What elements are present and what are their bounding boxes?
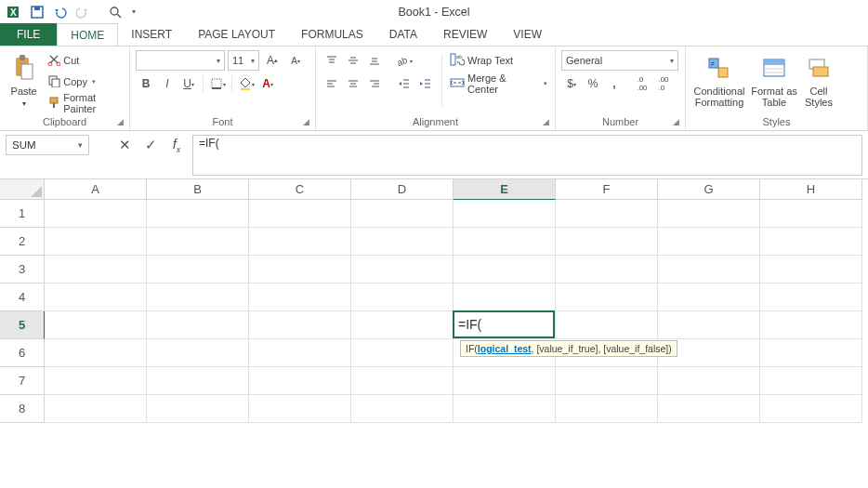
save-icon[interactable]	[27, 2, 47, 22]
italic-button[interactable]: I	[157, 73, 178, 94]
conditional-formatting-button[interactable]: ≠ Conditional Formatting	[691, 50, 747, 112]
font-name-combo[interactable]: ▾	[136, 50, 225, 71]
increase-font-icon[interactable]: A▴	[262, 50, 283, 71]
excel-app-icon[interactable]: X	[4, 2, 24, 22]
ribbon-tabs: FILE HOME INSERT PAGE LAYOUT FORMULAS DA…	[0, 23, 868, 46]
col-head-C[interactable]: C	[249, 179, 351, 200]
svg-rect-11	[49, 76, 57, 85]
tab-file[interactable]: FILE	[0, 23, 57, 46]
row-head-5[interactable]: 5	[0, 311, 45, 339]
cancel-formula-button[interactable]: ✕	[112, 135, 137, 155]
select-all-corner[interactable]	[0, 179, 45, 200]
paste-button[interactable]: Paste▾	[6, 50, 42, 112]
svg-point-4	[111, 7, 118, 15]
alignment-group-label: Alignment	[413, 116, 458, 127]
tab-view[interactable]: VIEW	[500, 23, 555, 46]
number-dialog-launcher-icon[interactable]: ◢	[673, 117, 679, 126]
worksheet-grid: A B C D E F G H 1 2 3 4 5 6 7 8 =IF( IF(…	[0, 179, 868, 488]
group-font: ▾ 11▾ A▴ A▾ B I U▾ ▾ ▾ A▾ Font◢	[130, 46, 316, 130]
qat-separator	[97, 2, 102, 22]
align-middle-icon[interactable]	[343, 50, 363, 71]
row-head-7[interactable]: 7	[0, 367, 45, 395]
tab-formulas[interactable]: FORMULAS	[288, 23, 376, 46]
increase-decimal-button[interactable]: .0.00	[632, 73, 652, 94]
number-format-combo[interactable]: General▾	[561, 50, 678, 71]
name-box[interactable]: SUM ▾	[6, 135, 89, 155]
decrease-indent-icon[interactable]	[394, 73, 414, 94]
tab-review[interactable]: REVIEW	[430, 23, 500, 46]
row-head-3[interactable]: 3	[0, 256, 45, 284]
clipboard-dialog-launcher-icon[interactable]: ◢	[117, 117, 124, 126]
format-as-table-button[interactable]: Format as Table	[751, 50, 797, 112]
group-number: General▾ $▾ % , .0.00 .00.0 Number◢	[556, 46, 686, 130]
align-top-icon[interactable]	[322, 50, 342, 71]
svg-rect-13	[50, 98, 58, 103]
accept-formula-button[interactable]: ✓	[138, 135, 163, 155]
decrease-font-icon[interactable]: A▾	[285, 50, 306, 71]
percent-format-button[interactable]: %	[583, 73, 603, 94]
name-box-dropdown-icon[interactable]: ▾	[78, 140, 83, 150]
tab-insert[interactable]: INSERT	[118, 23, 185, 46]
col-head-H[interactable]: H	[760, 179, 862, 200]
tab-page-layout[interactable]: PAGE LAYOUT	[185, 23, 288, 46]
quick-access-toolbar: X ▾	[4, 2, 139, 22]
orientation-button[interactable]: ab▾	[394, 50, 414, 71]
merge-center-button[interactable]: Merge & Center ▾	[448, 73, 549, 94]
row-head-8[interactable]: 8	[0, 395, 45, 423]
fill-color-button[interactable]: ▾	[236, 73, 256, 94]
accounting-format-button[interactable]: $▾	[561, 73, 582, 94]
border-button[interactable]: ▾	[207, 73, 228, 94]
number-format-value: General	[566, 55, 602, 66]
tab-data[interactable]: DATA	[376, 23, 430, 46]
row-head-6[interactable]: 6	[0, 339, 45, 367]
font-size-combo[interactable]: 11▾	[228, 50, 259, 71]
svg-rect-0	[7, 7, 19, 18]
format-painter-label: Format Painter	[63, 92, 122, 114]
col-head-A[interactable]: A	[45, 179, 147, 200]
tab-home[interactable]: HOME	[57, 23, 118, 46]
col-head-G[interactable]: G	[658, 179, 760, 200]
alignment-dialog-launcher-icon[interactable]: ◢	[543, 117, 549, 126]
svg-rect-55	[813, 67, 828, 76]
comma-format-button[interactable]: ,	[604, 73, 625, 94]
align-bottom-icon[interactable]	[364, 50, 385, 71]
cell-styles-button[interactable]: Cell Styles	[801, 50, 836, 112]
cut-icon	[47, 53, 60, 68]
col-head-F[interactable]: F	[556, 179, 658, 200]
tooltip-prefix: IF(	[466, 343, 478, 354]
format-painter-button[interactable]: Format Painter	[46, 93, 124, 113]
print-preview-icon[interactable]	[105, 2, 125, 22]
row-head-1[interactable]: 1	[0, 200, 45, 228]
col-head-B[interactable]: B	[147, 179, 249, 200]
font-group-label: Font	[212, 116, 232, 127]
function-tooltip[interactable]: IF(logical_test, [value_if_true], [value…	[460, 340, 677, 357]
merge-center-icon	[450, 76, 465, 91]
align-left-icon[interactable]	[322, 73, 342, 94]
insert-function-button[interactable]: fx	[164, 135, 189, 155]
svg-rect-12	[52, 79, 59, 87]
column-headers: A B C D E F G H	[45, 179, 868, 200]
bold-button[interactable]: B	[136, 73, 156, 94]
tooltip-active-arg[interactable]: logical_test	[478, 343, 532, 354]
align-center-icon[interactable]	[343, 73, 363, 94]
svg-point-10	[57, 62, 60, 66]
wrap-text-button[interactable]: ab Wrap Text	[448, 50, 549, 71]
qat-customize-icon[interactable]: ▾	[128, 2, 139, 22]
row-head-4[interactable]: 4	[0, 284, 45, 311]
redo-icon[interactable]	[73, 2, 94, 22]
align-right-icon[interactable]	[364, 73, 385, 94]
cut-button[interactable]: Cut	[46, 50, 124, 71]
formula-input[interactable]: =IF(	[192, 135, 862, 176]
copy-button[interactable]: Copy ▾	[46, 72, 124, 92]
underline-button[interactable]: U▾	[178, 73, 199, 94]
merge-center-label: Merge & Center	[467, 73, 539, 95]
active-cell[interactable]: =IF(	[453, 310, 555, 338]
row-head-2[interactable]: 2	[0, 228, 45, 256]
undo-icon[interactable]	[50, 2, 71, 22]
col-head-D[interactable]: D	[351, 179, 454, 200]
font-dialog-launcher-icon[interactable]: ◢	[303, 117, 309, 126]
font-color-button[interactable]: A▾	[257, 73, 278, 94]
col-head-E[interactable]: E	[454, 179, 556, 200]
decrease-decimal-button[interactable]: .00.0	[653, 73, 674, 94]
increase-indent-icon[interactable]	[415, 73, 436, 94]
